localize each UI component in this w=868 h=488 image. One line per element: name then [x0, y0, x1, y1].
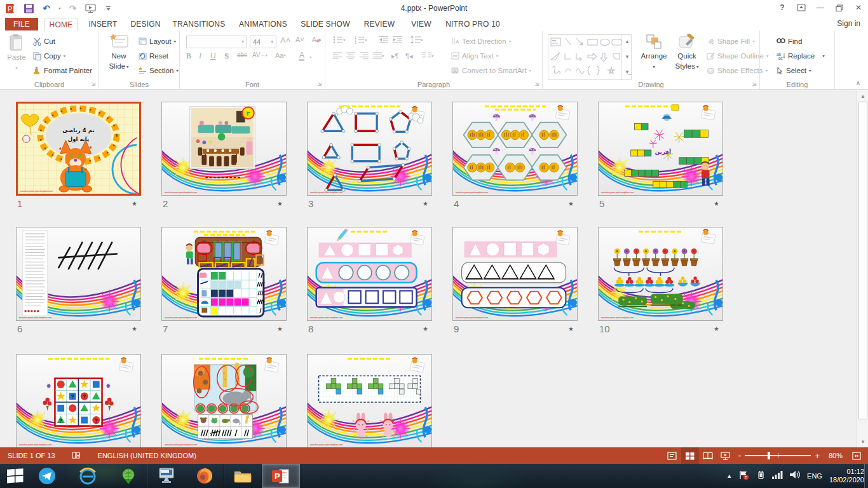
tab-home[interactable]: HOME: [44, 18, 78, 30]
zoom-slider[interactable]: [745, 455, 811, 456]
shapes-more-button[interactable]: ▼̲: [622, 67, 632, 77]
language-tray-indicator[interactable]: ENG: [807, 472, 822, 480]
select-button[interactable]: Select▾: [776, 64, 811, 77]
firefox-tile[interactable]: [186, 464, 224, 488]
clock[interactable]: 01:12 18/02/2020: [829, 468, 864, 484]
justify-button[interactable]: ▾: [373, 52, 384, 59]
font-size-combo[interactable]: 44▾: [250, 36, 276, 48]
text-direction-button[interactable]: A Text Direction▾: [451, 35, 511, 48]
network-icon[interactable]: [772, 470, 783, 482]
drawing-dialog-launcher[interactable]: ⇲: [751, 81, 757, 88]
internet-explorer-icon[interactable]: [78, 466, 98, 486]
language-indicator[interactable]: ENGLISH (UNITED KINGDOM): [98, 452, 196, 459]
font-dialog-launcher[interactable]: ⇲: [316, 81, 323, 88]
zoom-level[interactable]: 80%: [829, 452, 843, 459]
onscreen-keyboard-tile[interactable]: [147, 464, 186, 488]
decrease-indent-button[interactable]: [379, 36, 388, 43]
bold-button[interactable]: B: [186, 51, 191, 61]
tray-expand-icon[interactable]: ▲: [726, 473, 732, 479]
find-button[interactable]: Find: [776, 35, 802, 48]
normal-view-button[interactable]: [663, 447, 681, 464]
shapes-scroll-up[interactable]: ▲: [622, 36, 632, 46]
shapes-gallery[interactable]: ▲ ▼ ▼̲: [548, 34, 632, 80]
tab-review[interactable]: REVIEW: [360, 18, 399, 30]
section-button[interactable]: Section▾: [139, 64, 179, 77]
zoom-out-button[interactable]: -: [738, 451, 742, 461]
align-left-button[interactable]: [333, 52, 342, 59]
power-icon[interactable]: [756, 470, 765, 482]
convert-smartart-button[interactable]: Convert to SmartArt▾: [451, 64, 531, 77]
slide-thumbnail-9[interactable]: www.free-power-point-templates.com: [452, 227, 578, 321]
help-button[interactable]: ?: [773, 0, 792, 15]
rtl-direction-button[interactable]: ¶◂: [405, 52, 412, 60]
action-center-icon[interactable]: [739, 470, 749, 482]
increase-indent-button[interactable]: [393, 36, 402, 43]
paste-button[interactable]: Paste▾: [4, 34, 29, 72]
scroll-down-button[interactable]: ▼: [858, 437, 868, 447]
slide-thumbnail-8[interactable]: www.free-power-point-templates.com: [307, 227, 432, 321]
reset-button[interactable]: Reset: [139, 50, 168, 62]
tab-insert[interactable]: INSERT: [85, 18, 121, 30]
restore-button[interactable]: [830, 0, 849, 15]
copy-button[interactable]: Copy▾: [33, 50, 65, 62]
close-button[interactable]: ✕: [849, 0, 868, 15]
show-desktop-button[interactable]: [864, 464, 868, 488]
tab-nitro-pro[interactable]: NITRO PRO 10: [444, 18, 502, 30]
italic-button[interactable]: I: [199, 51, 201, 61]
replace-button[interactable]: abac Replace▾: [776, 50, 825, 62]
telegram-icon[interactable]: [37, 466, 57, 486]
tab-slide-show[interactable]: SLIDE SHOW: [299, 18, 352, 30]
slide-sorter-view-button[interactable]: [681, 447, 699, 464]
fit-slide-button[interactable]: [848, 447, 865, 464]
clear-formatting-button[interactable]: A: [312, 36, 321, 44]
slide-thumbnail-3[interactable]: www.free-power-point-templates.com: [307, 102, 432, 196]
format-painter-button[interactable]: Format Painter: [33, 64, 92, 77]
underline-button[interactable]: U: [210, 51, 216, 60]
tab-design[interactable]: DESIGN: [127, 18, 164, 30]
collapse-ribbon-button[interactable]: ∧: [856, 79, 860, 86]
new-slide-button[interactable]: NewSlide▾: [104, 34, 133, 71]
line-spacing-button[interactable]: ▾: [410, 36, 423, 44]
tab-view[interactable]: VIEW: [407, 18, 436, 30]
font-name-combo[interactable]: ▾: [186, 36, 247, 48]
slide-thumbnail-7[interactable]: www.free-power-point-templates.com: [161, 227, 287, 321]
idm-icon[interactable]: [118, 466, 139, 486]
tab-file[interactable]: FILE: [5, 18, 38, 30]
slide-thumbnail-1[interactable]: تم 4 ریاضی پایه اول www.free-power-point…: [16, 102, 141, 196]
slide-thumbnail-5[interactable]: آفرین www.free-power-point-templates.com: [598, 102, 723, 196]
slide-show-button[interactable]: [717, 447, 735, 464]
character-spacing-button[interactable]: AV↔▾: [252, 51, 268, 58]
shrink-font-button[interactable]: A˅: [295, 36, 304, 43]
quick-styles-button[interactable]: QuickStyles▾: [671, 34, 703, 71]
reading-view-button[interactable]: [699, 447, 717, 464]
text-shadow-button[interactable]: S: [224, 51, 229, 61]
columns-button[interactable]: ▾: [422, 52, 434, 59]
slide-thumbnail-4[interactable]: www.free-power-point-templates.com: [452, 102, 578, 196]
align-right-button[interactable]: [360, 52, 369, 59]
align-center-button[interactable]: [346, 52, 355, 59]
shape-outline-button[interactable]: Shape Outline▾: [707, 50, 768, 62]
cut-button[interactable]: Cut: [33, 35, 55, 48]
strikethrough-button[interactable]: abc: [237, 51, 247, 58]
ltr-direction-button[interactable]: ▸¶: [391, 52, 398, 60]
start-button[interactable]: [5, 466, 25, 486]
layout-button[interactable]: Layout▾: [139, 35, 176, 48]
vertical-scrollbar[interactable]: ▲ ▼: [857, 90, 868, 447]
bullets-button[interactable]: ▾: [333, 36, 346, 44]
slide-thumbnail-12[interactable]: www.free-power-point-templates.com: [161, 354, 287, 447]
zoom-slider-thumb[interactable]: [768, 452, 770, 459]
shapes-scroll-down[interactable]: ▼: [622, 51, 632, 62]
font-color-dropdown-icon[interactable]: ▾: [309, 55, 312, 59]
slide-thumbnail-13[interactable]: www.free-power-point-templates.com: [307, 354, 432, 447]
tab-transitions[interactable]: TRANSITIONS: [170, 18, 227, 30]
spell-check-icon[interactable]: [72, 451, 81, 461]
numbering-button[interactable]: 123▾: [355, 36, 367, 44]
zoom-in-button[interactable]: +: [815, 451, 820, 461]
align-text-button[interactable]: Align Text▾: [451, 50, 498, 62]
scroll-up-button[interactable]: ▲: [858, 91, 868, 101]
slide-thumbnail-11[interactable]: ? ? ? ? www.free-power-point-templates.c…: [16, 354, 141, 447]
slide-thumbnail-2[interactable]: ۴ www.free-power-point-templates.com: [161, 102, 287, 196]
ribbon-display-options-button[interactable]: [792, 0, 811, 15]
shape-fill-button[interactable]: Shape Fill▾: [707, 35, 755, 48]
paragraph-dialog-launcher[interactable]: ⇲: [534, 81, 540, 88]
